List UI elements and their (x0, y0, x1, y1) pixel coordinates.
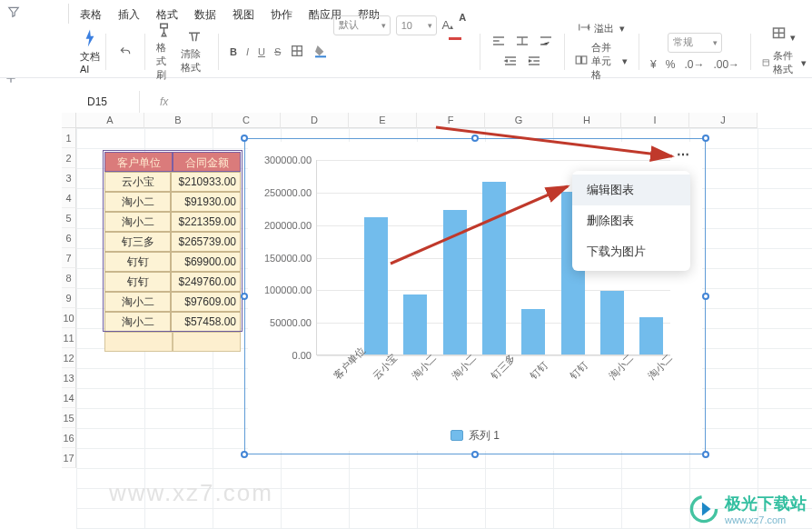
y-axis-tick: 50000.00 (253, 317, 317, 328)
table-cell[interactable]: 淘小二 (104, 292, 171, 312)
row-header[interactable]: 2 (62, 148, 76, 168)
data-table: 客户单位 合同金额 云小宝$210933.00淘小二$91930.00淘小二$2… (104, 152, 241, 352)
underline-button[interactable]: U (258, 46, 265, 57)
font-color-button[interactable]: A (459, 12, 469, 38)
row-header[interactable]: 14 (62, 388, 76, 408)
indent-dec-icon[interactable] (503, 55, 518, 68)
column-header[interactable]: A (76, 113, 144, 128)
chart-bar[interactable] (639, 317, 663, 354)
filter-icon[interactable] (7, 5, 20, 22)
ctx-delete-chart[interactable]: 删除图表 (572, 205, 690, 236)
table-cell[interactable]: 钉钉 (104, 252, 171, 272)
row-header[interactable]: 9 (62, 288, 76, 308)
inc-font-icon[interactable]: A▴ (442, 18, 454, 32)
row-header[interactable]: 7 (62, 248, 76, 268)
row-header[interactable]: 11 (62, 328, 76, 348)
table-cell[interactable]: 钉钉 (104, 272, 171, 292)
table-cell[interactable]: $69900.00 (171, 252, 241, 272)
column-header[interactable]: E (349, 113, 417, 128)
font-size-select[interactable]: 10▾ (396, 15, 437, 35)
percent-button[interactable]: % (666, 58, 676, 71)
menu-item[interactable]: 视图 (233, 7, 254, 25)
row-header[interactable]: 5 (62, 208, 76, 228)
row-header[interactable]: 8 (62, 268, 76, 288)
table-cell[interactable]: $57458.00 (171, 312, 241, 332)
menu-item[interactable]: 协作 (271, 7, 292, 25)
align-left-icon[interactable] (491, 35, 506, 48)
table-cell[interactable]: $91930.00 (171, 192, 241, 212)
chart-bar[interactable] (600, 291, 624, 354)
format-brush[interactable]: 格式刷 (156, 22, 176, 82)
dec-dec-icon[interactable]: .00→ (713, 58, 739, 71)
valign-icon[interactable] (515, 35, 530, 48)
row-header[interactable]: 10 (62, 308, 76, 328)
chart-more-icon[interactable]: ⋯ (677, 147, 691, 162)
formula-bar: D15 fx (76, 91, 807, 113)
bold-button[interactable]: B (230, 46, 237, 57)
column-header[interactable]: H (553, 113, 621, 128)
column-header[interactable]: J (689, 113, 758, 128)
menu-item[interactable]: 表格 (80, 7, 102, 25)
row-header[interactable]: 3 (62, 168, 76, 188)
select-all-corner[interactable] (62, 113, 76, 128)
currency-button[interactable]: ¥ (650, 58, 657, 71)
row-header[interactable]: 6 (62, 228, 76, 248)
ctx-download-image[interactable]: 下载为图片 (572, 236, 690, 267)
ctx-edit-chart[interactable]: 编辑图表 (572, 175, 690, 205)
menu-item[interactable]: 插入 (118, 7, 140, 25)
fill-color-button[interactable] (313, 44, 328, 60)
row-header[interactable]: 13 (62, 368, 76, 388)
border-button[interactable] (290, 44, 304, 60)
chart-bar[interactable] (521, 309, 545, 354)
dec-inc-icon[interactable]: .0→ (684, 58, 704, 71)
row-header[interactable]: 15 (62, 408, 76, 428)
cond-format[interactable]: 条件格式▾ (762, 49, 807, 76)
doc-ai-button[interactable]: 文档AI (80, 28, 100, 75)
clear-format[interactable]: 清除格式 (181, 28, 207, 75)
table-cell[interactable]: 淘小二 (104, 212, 171, 232)
column-header[interactable]: F (417, 113, 485, 128)
row-header[interactable]: 1 (62, 128, 76, 148)
column-header[interactable]: C (213, 113, 281, 128)
table-cell[interactable]: $249760.00 (171, 272, 241, 292)
table-cell[interactable]: 云小宝 (104, 172, 171, 192)
chart-bar[interactable] (482, 182, 506, 354)
merge-cells-icon[interactable] (575, 55, 588, 67)
row-header[interactable]: 17 (62, 448, 76, 468)
insert-grid-icon[interactable]: ▾ (772, 26, 796, 44)
table-cell[interactable]: 淘小二 (104, 312, 171, 332)
table-cell[interactable]: $210933.00 (171, 172, 241, 192)
ribbon: 文档AI 格式刷 清除格式 B I U S 默认▾ 10▾ A▴ A (0, 25, 812, 78)
table-cell[interactable]: $97609.00 (171, 292, 241, 312)
table-cell[interactable]: $221359.00 (171, 212, 241, 232)
y-axis-tick: 150000.00 (253, 253, 317, 264)
number-format-select[interactable]: 常规▾ (668, 33, 722, 53)
undo-button[interactable] (117, 45, 134, 58)
chart-bar[interactable] (364, 217, 388, 354)
svg-rect-2 (576, 56, 580, 64)
italic-button[interactable]: I (246, 46, 249, 57)
row-header[interactable]: 4 (62, 188, 76, 208)
font-family-select[interactable]: 默认▾ (333, 15, 390, 35)
row-header[interactable]: 12 (62, 348, 76, 368)
indent-inc-icon[interactable] (527, 55, 541, 68)
fx-icon[interactable]: fx (160, 95, 168, 108)
table-cell[interactable]: $265739.00 (171, 232, 241, 252)
row-header[interactable]: 16 (62, 428, 76, 448)
table-cell[interactable]: 淘小二 (104, 192, 171, 212)
column-header[interactable]: I (621, 113, 689, 128)
chart-bar[interactable] (403, 294, 427, 354)
chart-bar[interactable] (443, 210, 467, 354)
overflow-icon[interactable] (578, 22, 590, 35)
x-axis-label: 钉钉 (527, 358, 550, 382)
strike-button[interactable]: S (274, 46, 281, 57)
column-header[interactable]: B (144, 113, 213, 128)
name-box[interactable]: D15 (76, 91, 140, 113)
chart-context-menu: 编辑图表 删除图表 下载为图片 (572, 171, 690, 271)
wrap-icon[interactable] (539, 35, 553, 48)
table-cell[interactable]: 钉三多 (104, 232, 171, 252)
column-header[interactable]: G (485, 113, 553, 128)
column-header[interactable]: D (281, 113, 349, 128)
table-header: 合同金额 (173, 152, 241, 172)
svg-rect-5 (763, 60, 768, 65)
